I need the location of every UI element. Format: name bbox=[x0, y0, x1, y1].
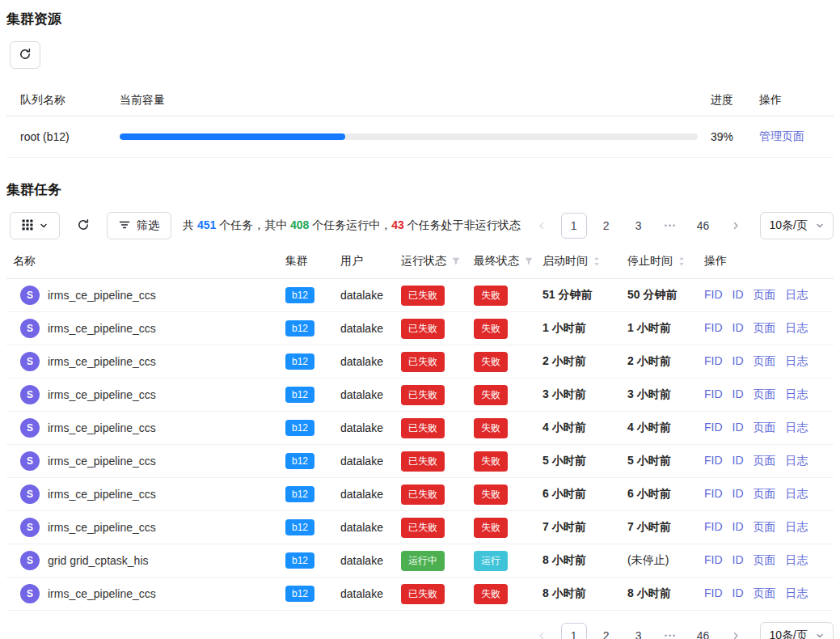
action-link-page[interactable]: 页面 bbox=[753, 520, 776, 533]
action-link-log[interactable]: 日志 bbox=[786, 454, 808, 467]
column-settings-button[interactable] bbox=[10, 212, 60, 239]
action-link-log[interactable]: 日志 bbox=[786, 586, 808, 599]
final-status-badge: 失败 bbox=[474, 418, 508, 438]
action-link-fid[interactable]: FID bbox=[704, 288, 723, 301]
action-link-fid[interactable]: FID bbox=[704, 454, 723, 467]
pagination-page-1[interactable]: 1 bbox=[561, 213, 587, 239]
page-size-select[interactable]: 10条/页 bbox=[760, 212, 834, 239]
stop-time: 50 分钟前 bbox=[627, 288, 677, 301]
action-link-log[interactable]: 日志 bbox=[786, 387, 808, 400]
filter-funnel-icon[interactable] bbox=[451, 256, 461, 266]
task-name: irms_ce_pipeline_ccs bbox=[48, 355, 156, 368]
stop-time: 4 小时前 bbox=[627, 421, 671, 434]
pagination-next-button[interactable] bbox=[723, 213, 749, 239]
action-link-id[interactable]: ID bbox=[732, 487, 744, 500]
action-link-fid[interactable]: FID bbox=[704, 387, 723, 400]
task-summary: 共 451 个任务，其中 408 个任务运行中，43 个任务处于非运行状态 bbox=[183, 218, 521, 233]
pagination-ellipsis[interactable]: ••• bbox=[658, 213, 684, 239]
row-actions: FIDID页面日志 bbox=[698, 445, 834, 478]
cluster-tasks-title: 集群任务 bbox=[6, 180, 834, 199]
action-link-id[interactable]: ID bbox=[732, 387, 744, 400]
sorter-icon[interactable] bbox=[677, 256, 686, 267]
pagination-page-3[interactable]: 3 bbox=[626, 213, 652, 239]
summary-text: 个任务处于非运行状态 bbox=[404, 218, 521, 231]
page-size-select[interactable]: 10条/页 bbox=[760, 622, 834, 639]
action-link-id[interactable]: ID bbox=[732, 520, 744, 533]
action-link-id[interactable]: ID bbox=[732, 321, 744, 334]
page: 集群资源 队列名称 当前容量 进度 操作 root (b12) bbox=[0, 0, 840, 639]
col-user: 用户 bbox=[334, 244, 395, 279]
col-resource-actions: 操作 bbox=[753, 85, 834, 116]
action-link-id[interactable]: ID bbox=[732, 454, 744, 467]
action-link-fid[interactable]: FID bbox=[704, 520, 723, 533]
pagination-prev-button[interactable] bbox=[529, 623, 555, 639]
pagination-next-button[interactable] bbox=[723, 623, 749, 639]
action-link-page[interactable]: 页面 bbox=[753, 387, 776, 400]
run-status-badge: 已失败 bbox=[401, 286, 445, 306]
action-link-log[interactable]: 日志 bbox=[786, 487, 808, 500]
pagination-page-2[interactable]: 2 bbox=[593, 623, 619, 639]
action-link-page[interactable]: 页面 bbox=[753, 586, 776, 599]
action-link-page[interactable]: 页面 bbox=[753, 354, 776, 367]
action-link-fid[interactable]: FID bbox=[704, 321, 723, 334]
action-link-id[interactable]: ID bbox=[732, 354, 744, 367]
pagination-page-46[interactable]: 46 bbox=[690, 623, 716, 639]
action-link-page[interactable]: 页面 bbox=[753, 454, 776, 467]
final-status-badge: 失败 bbox=[474, 286, 508, 306]
stop-time: 6 小时前 bbox=[627, 487, 671, 500]
pagination-ellipsis[interactable]: ••• bbox=[658, 623, 684, 639]
action-link-fid[interactable]: FID bbox=[704, 487, 723, 500]
action-link-page[interactable]: 页面 bbox=[753, 553, 776, 566]
action-link-log[interactable]: 日志 bbox=[786, 288, 808, 301]
action-link-id[interactable]: ID bbox=[732, 553, 744, 566]
task-name: irms_ce_pipeline_ccs bbox=[48, 587, 156, 600]
refresh-resources-button[interactable] bbox=[10, 41, 40, 69]
manage-page-link[interactable]: 管理页面 bbox=[759, 129, 804, 142]
action-link-id[interactable]: ID bbox=[732, 421, 744, 434]
col-cluster: 集群 bbox=[279, 244, 334, 279]
pagination-page-1[interactable]: 1 bbox=[561, 623, 587, 639]
action-link-log[interactable]: 日志 bbox=[786, 321, 808, 334]
row-actions: FIDID页面日志 bbox=[698, 478, 834, 511]
pagination-page-2[interactable]: 2 bbox=[593, 213, 619, 239]
action-link-id[interactable]: ID bbox=[732, 288, 744, 301]
row-actions: FIDID页面日志 bbox=[698, 345, 834, 379]
action-link-log[interactable]: 日志 bbox=[786, 421, 808, 434]
action-link-id[interactable]: ID bbox=[732, 586, 744, 599]
table-row: S irms_ce_pipeline_ccs b12 datalake 已失败 … bbox=[6, 445, 834, 478]
task-user: datalake bbox=[340, 421, 383, 434]
task-user: datalake bbox=[340, 355, 383, 368]
pagination-page-46[interactable]: 46 bbox=[690, 213, 716, 239]
resources-toolbar bbox=[10, 41, 834, 69]
start-time: 4 小时前 bbox=[542, 421, 586, 434]
action-link-fid[interactable]: FID bbox=[704, 354, 723, 367]
stop-time: (未停止) bbox=[627, 553, 669, 566]
action-link-log[interactable]: 日志 bbox=[786, 553, 808, 566]
action-link-page[interactable]: 页面 bbox=[753, 288, 776, 301]
refresh-tasks-button[interactable] bbox=[71, 212, 95, 239]
action-link-fid[interactable]: FID bbox=[704, 553, 723, 566]
pagination-page-3[interactable]: 3 bbox=[626, 623, 652, 639]
action-link-log[interactable]: 日志 bbox=[786, 354, 808, 367]
action-link-fid[interactable]: FID bbox=[704, 421, 723, 434]
start-time: 6 小时前 bbox=[542, 487, 586, 500]
stop-time: 8 小时前 bbox=[627, 586, 671, 599]
task-name: irms_ce_pipeline_ccs bbox=[48, 322, 156, 335]
row-actions: FIDID页面日志 bbox=[698, 578, 834, 611]
pagination-prev-button[interactable] bbox=[529, 213, 555, 239]
action-link-fid[interactable]: FID bbox=[704, 586, 723, 599]
avatar: S bbox=[20, 418, 40, 438]
sorter-icon[interactable] bbox=[593, 256, 601, 267]
tasks-toolbar: 筛选 共 451 个任务，其中 408 个任务运行中，43 个任务处于非运行状态… bbox=[10, 212, 834, 239]
avatar: S bbox=[20, 385, 40, 404]
filter-funnel-icon[interactable] bbox=[524, 256, 534, 266]
task-user: datalake bbox=[340, 521, 383, 534]
progress-percent: 39% bbox=[704, 116, 753, 158]
action-link-page[interactable]: 页面 bbox=[753, 487, 776, 500]
action-link-log[interactable]: 日志 bbox=[786, 520, 808, 533]
col-stop-time: 停止时间 bbox=[621, 244, 698, 279]
filter-button[interactable]: 筛选 bbox=[107, 212, 171, 239]
run-status-badge: 已失败 bbox=[401, 451, 445, 472]
action-link-page[interactable]: 页面 bbox=[753, 321, 776, 334]
action-link-page[interactable]: 页面 bbox=[753, 421, 776, 434]
